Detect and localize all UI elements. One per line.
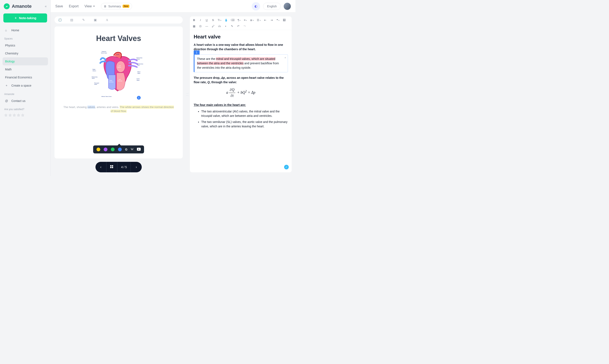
clear-format-button[interactable]: ⌫ <box>231 18 235 22</box>
wikipedia-icon[interactable]: W <box>131 148 133 151</box>
app-logo[interactable]: Amanote <box>4 3 32 9</box>
svg-rect-17 <box>112 165 113 167</box>
pager-prev-button[interactable]: ‹ <box>95 162 106 172</box>
pager-grid-button[interactable] <box>106 162 117 172</box>
app-name: Amanote <box>12 4 32 9</box>
home-icon: ⌂ <box>5 29 9 32</box>
sidebar-section-amanote: Amanote <box>2 91 48 97</box>
plus-icon: ＋ <box>5 84 9 87</box>
star-icon[interactable]: ☆ <box>21 113 24 117</box>
svg-rect-19 <box>112 167 113 168</box>
svg-text:SuperiorVena Cava: SuperiorVena Cava <box>101 51 107 53</box>
moon-icon: ◐ <box>254 4 257 8</box>
redo-button[interactable]: ↷ <box>243 25 246 28</box>
youtube-icon[interactable] <box>137 148 141 151</box>
undo-button[interactable]: ↶ <box>237 25 240 28</box>
sidebar-item-contact[interactable]: @ Contact us <box>2 97 48 105</box>
highlight-color-blue[interactable] <box>118 147 122 151</box>
bold-button[interactable]: B <box>192 18 196 22</box>
svg-text:Inferior Vena Cava: Inferior Vena Cava <box>101 96 112 97</box>
dark-mode-toggle[interactable]: ◐ <box>252 2 260 11</box>
slide-title: Heart Valves <box>96 34 141 43</box>
pencil-icon[interactable]: ✎ <box>81 18 86 22</box>
align-dropdown[interactable]: ≡ <box>244 18 247 22</box>
sidebar-item-chemistry[interactable]: Chemistry <box>2 49 48 57</box>
list-heading: The four main valves in the heart are: <box>194 103 288 107</box>
strikethrough-button[interactable]: S <box>211 18 215 22</box>
rating-stars[interactable]: ☆ ☆ ☆ ☆ ☆ <box>2 112 48 118</box>
sidebar-section-spaces: Spaces <box>2 35 48 41</box>
panel-splitter[interactable]: ⋮⋮ <box>186 13 188 176</box>
table-button[interactable]: ▦ <box>192 25 196 28</box>
svg-text:Left: Left <box>119 65 121 66</box>
avatar[interactable] <box>284 3 291 10</box>
export-button[interactable]: Export <box>69 4 79 8</box>
save-button[interactable]: Save <box>55 4 63 8</box>
star-icon[interactable]: ☆ <box>8 113 12 117</box>
create-space-button[interactable]: ＋ Create a space <box>2 81 48 90</box>
sidebar-item-home[interactable]: ⌂ Home <box>2 26 48 34</box>
highlight-color-purple[interactable] <box>104 147 107 151</box>
svg-text:Aorta: Aorta <box>116 54 119 55</box>
sidebar-item-financial-economics[interactable]: Financial Economics <box>2 73 48 81</box>
indent-button[interactable]: ⇥ <box>270 18 273 22</box>
view-dropdown[interactable]: View ▼ <box>85 4 95 8</box>
presenter-icon[interactable]: ▤ <box>70 18 74 22</box>
summary-button[interactable]: 🗎 Summary New <box>101 3 132 10</box>
view-label: View <box>85 4 92 8</box>
draw-button[interactable]: ✎ <box>230 25 234 28</box>
reference-note[interactable]: 1 × These are the mitral and tricuspid v… <box>194 54 288 72</box>
highlight-color-green[interactable] <box>111 147 115 151</box>
sidebar-item-label: Biology <box>5 60 15 63</box>
editor-card: B I U S TI 💧 ⌫ ¶ ≡ ≣ ☰ ⇤ ⇥ ❝ 🖼 <box>190 16 292 172</box>
pressure-sentence: The pressure drop, Δp, across an open-he… <box>194 76 288 84</box>
symbol-button[interactable]: Ω <box>199 25 202 28</box>
summary-label: Summary <box>108 5 121 8</box>
formula: a∂Q∂t + bQ2 = Δp <box>194 87 288 99</box>
note-icon[interactable]: ▣ <box>93 18 97 22</box>
image-button[interactable]: 🖼 <box>283 18 286 22</box>
highlight-button[interactable]: 🖊 <box>211 25 215 28</box>
clock-icon[interactable]: 🕘 <box>58 18 62 22</box>
google-icon[interactable]: G <box>125 148 127 151</box>
font-size-dropdown[interactable]: TI <box>218 18 221 22</box>
pager-next-button[interactable]: › <box>131 162 142 172</box>
paragraph-dropdown[interactable]: ¶ <box>238 18 241 22</box>
editor-intro: A heart valve is a one-way valve that al… <box>194 43 288 52</box>
sidebar-item-label: Home <box>11 29 19 32</box>
sidebar-item-label: Math <box>5 68 12 71</box>
underline-button[interactable]: U <box>205 18 208 22</box>
quote-dropdown[interactable]: ❝ <box>276 18 280 22</box>
ordered-list-dropdown[interactable]: ≣ <box>250 18 254 22</box>
hr-button[interactable]: — <box>205 25 208 28</box>
highlight-color-yellow[interactable] <box>96 147 100 151</box>
slide-caption: The heart, showing valves, arteries and … <box>63 105 174 113</box>
sticky-button[interactable]: ▪ <box>224 25 227 28</box>
text-color-button[interactable]: 💧 <box>224 18 228 22</box>
formula-button[interactable]: √x <box>218 25 221 28</box>
slide-toolbar: 🕘 ▤ ✎ ▣ A <box>54 16 183 24</box>
italic-button[interactable]: I <box>199 18 202 22</box>
sidebar-item-math[interactable]: Math <box>2 65 48 73</box>
star-icon[interactable]: ☆ <box>4 113 8 117</box>
sidebar-item-physics[interactable]: Physics <box>2 41 48 49</box>
svg-text:PulmonaryValve: PulmonaryValve <box>92 76 98 79</box>
slide-card: Heart Valves SuperiorVena Cava <box>54 26 183 158</box>
outdent-button[interactable]: ⇤ <box>264 18 267 22</box>
language-dropdown[interactable]: English <box>263 3 281 10</box>
note-taking-label: Note-taking <box>19 16 36 20</box>
logo-icon <box>4 3 10 9</box>
text-icon[interactable]: A <box>105 18 109 22</box>
close-icon[interactable]: × <box>285 56 286 60</box>
star-icon[interactable]: ☆ <box>13 113 16 117</box>
sidebar-collapse-icon[interactable]: « <box>45 4 47 8</box>
sidebar-item-label: Contact us <box>11 99 26 103</box>
valve-list: The two atrioventricular (AV) valves, th… <box>201 109 288 129</box>
unordered-list-dropdown[interactable]: ☰ <box>257 18 261 22</box>
editor-body[interactable]: Heart valve A heart valve is a one-way v… <box>190 30 292 134</box>
reference-badge[interactable]: 1 <box>137 96 141 100</box>
star-icon[interactable]: ☆ <box>17 113 20 117</box>
sidebar-item-biology[interactable]: Biology <box>2 57 48 65</box>
file-icon: 🗎 <box>104 5 107 8</box>
note-taking-button[interactable]: ＋ Note-taking <box>3 13 47 23</box>
